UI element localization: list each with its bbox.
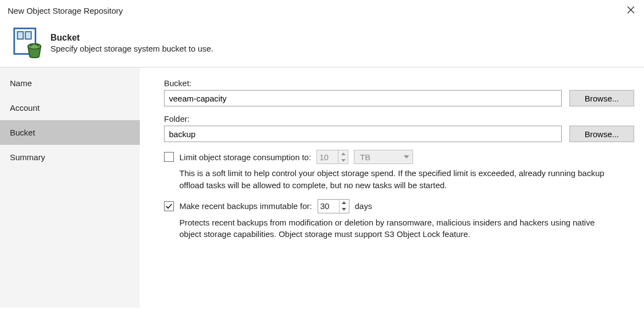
spinner-up-icon[interactable] — [340, 200, 349, 206]
spinner-up-icon — [338, 150, 348, 157]
spinner-down-icon — [338, 157, 348, 163]
folder-browse-button[interactable]: Browse... — [569, 126, 634, 142]
immutable-spinner[interactable] — [318, 199, 349, 213]
svg-rect-1 — [18, 32, 24, 40]
immutable-checkbox[interactable] — [164, 201, 174, 211]
titlebar: New Object Storage Repository — [0, 0, 644, 21]
banner-heading: Bucket — [50, 33, 213, 43]
folder-label: Folder: — [164, 114, 634, 123]
immutable-label: Make recent backups immutable for: — [179, 201, 312, 211]
sidebar: Name Account Bucket Summary — [0, 67, 140, 308]
banner: Bucket Specify object storage system buc… — [0, 21, 644, 67]
immutable-description: Protects recent backups from modificatio… — [179, 217, 607, 241]
limit-spinner — [317, 150, 348, 164]
window-title: New Object Storage Repository — [8, 6, 123, 15]
sidebar-item-bucket[interactable]: Bucket — [0, 120, 140, 145]
chevron-down-icon — [404, 155, 409, 159]
bucket-input[interactable] — [164, 90, 562, 106]
content: Name Account Bucket Summary Bucket: Brow… — [0, 67, 644, 308]
sidebar-item-summary[interactable]: Summary — [0, 145, 140, 170]
limit-checkbox[interactable] — [164, 152, 174, 162]
sidebar-item-name[interactable]: Name — [0, 71, 140, 95]
immutable-value-input[interactable] — [318, 200, 339, 213]
bucket-storage-icon — [8, 25, 50, 59]
bucket-field: Bucket: Browse... — [164, 78, 634, 106]
bucket-browse-button[interactable]: Browse... — [569, 90, 634, 106]
bucket-label: Bucket: — [164, 78, 634, 88]
spinner-down-icon[interactable] — [340, 206, 349, 213]
limit-description: This is a soft limit to help control you… — [179, 167, 607, 191]
limit-value-input — [317, 150, 338, 163]
main-panel: Bucket: Browse... Folder: Browse... Limi… — [140, 67, 644, 308]
svg-rect-2 — [25, 32, 31, 40]
limit-option-row: Limit object storage consumption to: TB — [164, 150, 634, 164]
immutable-unit-label: days — [355, 201, 372, 211]
limit-unit-label: TB — [360, 153, 370, 162]
folder-field: Folder: Browse... — [164, 114, 634, 142]
folder-input[interactable] — [164, 126, 562, 142]
limit-label: Limit object storage consumption to: — [179, 153, 311, 162]
immutable-option-row: Make recent backups immutable for: days — [164, 199, 634, 213]
svg-point-3 — [28, 44, 41, 49]
banner-subtext: Specify object storage system bucket to … — [50, 44, 213, 53]
sidebar-item-account[interactable]: Account — [0, 95, 140, 120]
limit-unit-combo: TB — [354, 150, 413, 164]
close-icon[interactable] — [626, 5, 636, 15]
